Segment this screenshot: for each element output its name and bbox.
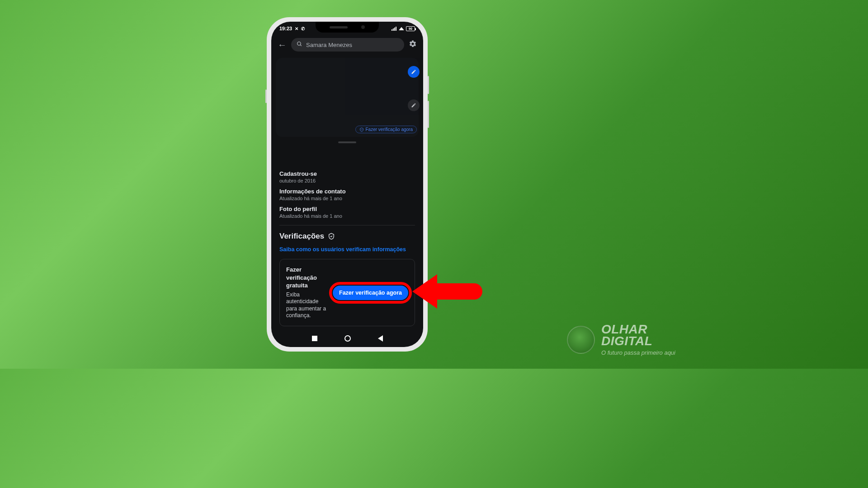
svg-point-0 <box>297 42 301 46</box>
phone-notch <box>316 22 379 33</box>
android-nav-bar <box>271 335 423 342</box>
verification-card-title: Fazer verificação gratuita <box>286 266 327 290</box>
divider <box>279 225 415 225</box>
search-value: Samara Menezes <box>306 42 352 48</box>
search-field[interactable]: Samara Menezes <box>291 38 404 52</box>
svg-line-1 <box>300 45 302 46</box>
info-joined-title: Cadastrou-se <box>279 170 415 177</box>
watermark-tagline: O futuro passa primeiro aqui <box>601 349 675 356</box>
verification-card-sub: Exiba autenticidade para aumentar a conf… <box>286 291 327 319</box>
info-photo-sub: Atualizado há mais de 1 ano <box>279 213 415 219</box>
battery-icon: 90 <box>406 26 415 31</box>
search-icon <box>297 41 302 48</box>
info-photo: Foto do perfil Atualizado há mais de 1 a… <box>279 206 415 219</box>
info-photo-title: Foto do perfil <box>279 206 415 212</box>
edit-profile-photo-button[interactable] <box>408 99 420 111</box>
phone-icon: ✆ <box>301 26 305 31</box>
learn-verification-link[interactable]: Saiba como os usuários verificam informa… <box>279 246 415 253</box>
verifications-header: Verificações <box>279 232 415 241</box>
phone-side-button <box>428 101 429 128</box>
phone-side-button <box>265 89 267 103</box>
nav-home-button[interactable] <box>344 335 351 342</box>
info-contact: Informações de contato Atualizado há mai… <box>279 188 415 201</box>
verify-now-button[interactable]: Fazer verificação agora <box>333 286 408 300</box>
signal-icon <box>392 26 397 31</box>
verifications-title: Verificações <box>279 232 324 241</box>
nav-recent-button[interactable] <box>312 336 317 341</box>
info-contact-sub: Atualizado há mais de 1 ano <box>279 196 415 201</box>
watermark-brand-line2: DIGITAL <box>601 335 675 347</box>
phone-side-button <box>428 76 429 94</box>
wifi-icon <box>399 27 404 30</box>
shield-check-icon <box>328 233 335 240</box>
watermark: OLHAR DIGITAL O futuro passa primeiro aq… <box>567 324 675 356</box>
phone-screen: 19:23 ✕ ✆ 90 ← Samara Menezes <box>271 22 423 347</box>
phone-frame: 19:23 ✕ ✆ 90 ← Samara Menezes <box>267 17 428 352</box>
info-joined: Cadastrou-se outubro de 2016 <box>279 170 415 183</box>
nav-back-button[interactable] <box>378 335 383 342</box>
settings-button[interactable] <box>409 40 417 50</box>
verify-now-button-label: Fazer verificação agora <box>339 290 402 296</box>
verify-now-pill[interactable]: Fazer verificação agora <box>355 126 417 133</box>
verify-pill-label: Fazer verificação agora <box>366 127 413 132</box>
annotation-arrow <box>412 274 482 309</box>
profile-cover-area: Fazer verificação agora <box>276 58 419 137</box>
edit-cover-button[interactable] <box>408 66 420 78</box>
watermark-logo-icon <box>567 326 595 354</box>
status-time: 19:23 <box>279 26 292 31</box>
verification-card: Fazer verificação gratuita Exiba autenti… <box>279 259 415 326</box>
dnd-icon: ✕ <box>295 26 298 31</box>
app-bar: ← Samara Menezes <box>271 35 423 54</box>
info-joined-sub: outubro de 2016 <box>279 178 415 183</box>
watermark-brand-line1: OLHAR <box>601 324 675 336</box>
info-contact-title: Informações de contato <box>279 188 415 195</box>
back-button[interactable]: ← <box>278 40 287 49</box>
profile-info-section: Cadastrou-se outubro de 2016 Informações… <box>271 143 423 326</box>
